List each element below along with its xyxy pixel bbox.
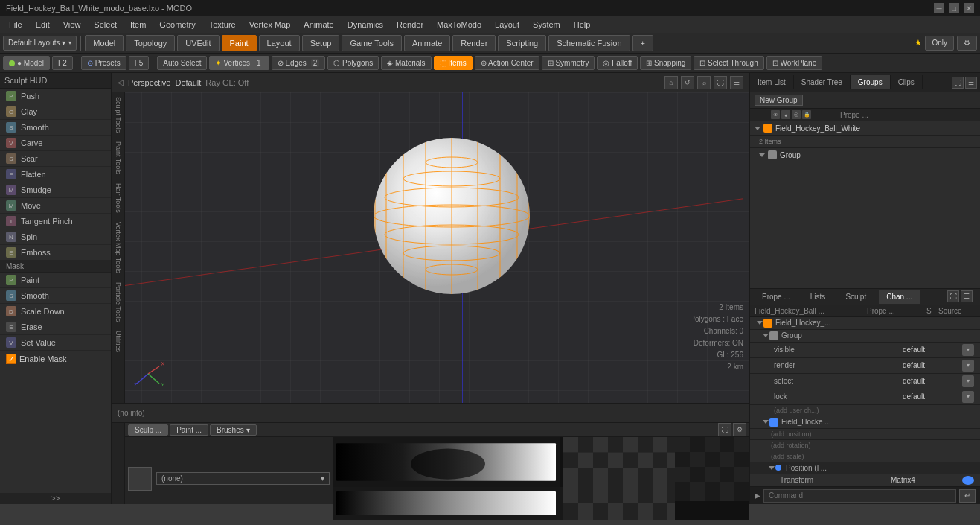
chan-transform-row[interactable]: Transform Matrix4	[750, 474, 980, 487]
menu-animate[interactable]: Animate	[298, 19, 339, 31]
utilities-label[interactable]: Utilities	[113, 326, 124, 357]
polygons-btn[interactable]: ⬡ Polygons	[327, 56, 379, 70]
select-through-btn[interactable]: ⊡ Select Through	[694, 56, 763, 70]
hair-tools-label[interactable]: Hair Tools	[113, 179, 124, 217]
falloff-btn[interactable]: ◎ Falloff	[597, 56, 638, 70]
menu-maxtomodo[interactable]: MaxToModo	[431, 19, 487, 31]
chan-obj-row[interactable]: Field_Hocke ...	[750, 416, 980, 429]
tool-scar[interactable]: S Scar	[0, 151, 111, 167]
paint-tools-label[interactable]: Paint Tools	[113, 137, 124, 179]
expand-more-button[interactable]: >>	[0, 493, 111, 504]
tool-push[interactable]: P Push	[0, 89, 111, 104]
vp-ctrl-menu[interactable]: ☰	[730, 76, 743, 89]
tab-layout[interactable]: Layout	[259, 35, 300, 51]
tab-shader-tree[interactable]: Shader Tree	[794, 75, 851, 89]
menu-geometry[interactable]: Geometry	[153, 19, 201, 31]
scene-root[interactable]: Field_Hockey_Ball_White	[750, 121, 980, 136]
model-mode-btn[interactable]: ● Model	[3, 56, 50, 70]
command-submit-btn[interactable]: ↵	[959, 489, 976, 503]
tab-uvedit[interactable]: UVEdit	[177, 35, 219, 51]
maximize-button[interactable]: □	[949, 3, 959, 13]
add-position[interactable]: (add position)	[750, 429, 980, 440]
menu-vertex-map[interactable]: Vertex Map	[243, 19, 297, 31]
chan-root-row[interactable]: Field_Hockey_...	[750, 317, 980, 330]
chan-render-row[interactable]: render default ▾	[750, 358, 980, 374]
add-scale[interactable]: (add scale)	[750, 451, 980, 462]
bottom-expand-btn[interactable]: ⛶	[718, 423, 731, 436]
vp-ctrl-rotate[interactable]: ↺	[681, 76, 694, 89]
default-layouts-dropdown[interactable]: Default Layouts ▾	[3, 36, 77, 51]
tab-add[interactable]: +	[632, 35, 653, 51]
add-user-ch-1[interactable]: (add user ch...)	[750, 405, 980, 416]
tool-flatten[interactable]: F Flatten	[0, 167, 111, 182]
chan-visible-row[interactable]: visible default ▾	[750, 343, 980, 358]
new-group-button[interactable]: New Group	[755, 95, 803, 106]
edges-btn[interactable]: ⊘ Edges 2	[272, 56, 326, 70]
tab-gametools[interactable]: Game Tools	[342, 35, 402, 51]
lock-dropdown[interactable]: ▾	[962, 391, 974, 403]
tool-erase[interactable]: E Erase	[0, 319, 111, 335]
tab-item-list[interactable]: Item List	[750, 75, 794, 89]
tab-channels[interactable]: Chan ...	[879, 290, 920, 304]
menu-texture[interactable]: Texture	[203, 19, 242, 31]
command-input[interactable]	[763, 489, 956, 503]
panel-expand-icon[interactable]: ⛶	[952, 77, 964, 89]
workplane-btn[interactable]: ⊡ WorkPlane	[766, 56, 823, 70]
lock-icon[interactable]: 🔒	[802, 110, 811, 119]
brush-select[interactable]: (none) ▾	[156, 472, 330, 485]
vertices-btn[interactable]: ✦ Vertices 1	[209, 56, 269, 70]
tool-clay[interactable]: C Clay	[0, 104, 111, 120]
chan-expand-btn[interactable]: ⛶	[947, 290, 959, 302]
tool-smooth-mask[interactable]: S Smooth	[0, 288, 111, 304]
default-label[interactable]: Default	[175, 78, 201, 87]
particle-tools-label[interactable]: Particle Tools	[113, 278, 124, 326]
action-center-btn[interactable]: ⊕ Action Center	[475, 56, 539, 70]
raygl-label[interactable]: Ray GL: Off	[205, 78, 249, 87]
vp-ctrl-search[interactable]: ⌕	[697, 76, 711, 89]
tab-model[interactable]: Model	[85, 35, 124, 51]
paint-tab[interactable]: Paint ...	[170, 424, 208, 436]
menu-help[interactable]: Help	[568, 19, 597, 31]
cmd-expand-icon[interactable]: ▶	[755, 491, 760, 500]
chan-group-row[interactable]: Group	[750, 330, 980, 343]
f5-btn[interactable]: F5	[129, 56, 150, 70]
tab-clips[interactable]: Clips	[891, 75, 923, 89]
tool-set-value[interactable]: V Set Value	[0, 335, 111, 351]
tool-smudge[interactable]: M Smudge	[0, 182, 111, 198]
tab-sculpt[interactable]: Sculpt	[838, 290, 874, 304]
tool-smooth[interactable]: S Smooth	[0, 120, 111, 136]
presets-btn[interactable]: ⊙ Presets	[81, 56, 126, 70]
tab-properties[interactable]: Prope ...	[755, 290, 798, 304]
vertex-map-tools-label[interactable]: Vertex Map Tools	[113, 217, 124, 278]
menu-layout[interactable]: Layout	[489, 19, 525, 31]
visible-dropdown[interactable]: ▾	[962, 344, 974, 356]
chan-select-row[interactable]: select default ▾	[750, 374, 980, 389]
menu-edit[interactable]: Edit	[30, 19, 56, 31]
viewport[interactable]: Sculpt Tools Paint Tools Hair Tools Vert…	[112, 92, 749, 403]
tab-animate[interactable]: Animate	[404, 35, 450, 51]
sculpt-tools-label[interactable]: Sculpt Tools	[113, 92, 124, 137]
tool-paint-mask[interactable]: P Paint	[0, 273, 111, 288]
tool-move[interactable]: M Move	[0, 198, 111, 214]
tool-tangent-pinch[interactable]: T Tangent Pinch	[0, 214, 111, 229]
menu-render[interactable]: Render	[391, 19, 429, 31]
items-btn[interactable]: ⬚ Items	[434, 56, 473, 70]
materials-btn[interactable]: ◈ Materials	[381, 56, 431, 70]
tool-carve[interactable]: V Carve	[0, 136, 111, 151]
tab-render[interactable]: Render	[452, 35, 496, 51]
tool-emboss[interactable]: E Emboss	[0, 245, 111, 261]
tool-spin[interactable]: N Spin	[0, 229, 111, 245]
chan-position-header[interactable]: Position (F...	[750, 462, 980, 474]
f2-btn[interactable]: F2	[52, 56, 73, 70]
minimize-button[interactable]: ─	[934, 3, 944, 13]
scene-group[interactable]: Group	[750, 148, 980, 162]
tab-scripting[interactable]: Scripting	[498, 35, 546, 51]
chan-lock-row[interactable]: lock default ▾	[750, 389, 980, 405]
menu-select[interactable]: Select	[88, 19, 123, 31]
menu-view[interactable]: View	[57, 19, 87, 31]
brushes-tab[interactable]: Brushes ▾	[210, 424, 256, 436]
panel-settings-icon[interactable]: ☰	[965, 77, 977, 89]
tab-paint[interactable]: Paint	[222, 35, 257, 51]
render-dropdown[interactable]: ▾	[962, 360, 974, 372]
snapping-btn[interactable]: ⊞ Snapping	[640, 56, 691, 70]
